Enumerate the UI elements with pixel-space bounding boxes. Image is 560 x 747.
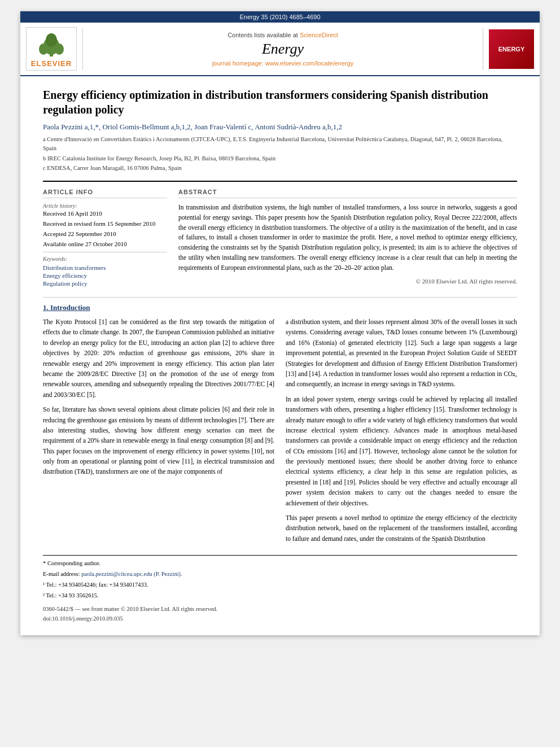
page: Energy 35 (2010) 4685–4690 ELSEVIER Cont… xyxy=(20,11,540,635)
article-title: Energy efficiency optimization in distri… xyxy=(43,88,517,117)
history-label: Article history: xyxy=(43,203,167,209)
journal-header: ELSEVIER Contents lists available at Sci… xyxy=(20,23,540,76)
email-label: E-mail address: xyxy=(43,571,80,577)
keyword-3: Regulation policy xyxy=(43,280,167,287)
body-col-right: a distribution system, and their losses … xyxy=(286,317,517,548)
body-para-5: This paper presents a novel method to op… xyxy=(286,513,517,544)
keyword-1: Distribution transformers xyxy=(43,264,167,271)
authors: Paola Pezzini a,1,*, Oriol Gomis-Bellmun… xyxy=(43,123,517,132)
abstract-text: In transmission and distribution systems… xyxy=(178,203,517,273)
keyword-2: Energy efficiency xyxy=(43,272,167,279)
journal-banner: Energy 35 (2010) 4685–4690 xyxy=(20,11,540,23)
elsevier-label: ELSEVIER xyxy=(29,59,74,68)
info-abstract-section: ARTICLE INFO Article history: Received 1… xyxy=(43,181,517,288)
elsevier-logo: ELSEVIER xyxy=(26,27,77,71)
journal-homepage: journal homepage: www.elsevier.com/locat… xyxy=(94,60,471,67)
journal-logo-right: ENERGY xyxy=(489,29,534,69)
revised-date: Received in revised form 15 September 20… xyxy=(43,220,167,227)
keywords-label: Keywords: xyxy=(43,252,167,262)
abstract-copyright: © 2010 Elsevier Ltd. All rights reserved… xyxy=(178,278,517,285)
sciencedirect-link[interactable]: ScienceDirect xyxy=(300,32,338,38)
contents-available: Contents lists available at ScienceDirec… xyxy=(94,32,471,38)
article-content: Energy efficiency optimization in distri… xyxy=(20,76,540,635)
svg-point-2 xyxy=(39,43,48,55)
accepted-date: Accepted 22 September 2010 xyxy=(43,230,167,237)
abstract-box: ABSTRACT In transmission and distributio… xyxy=(178,189,517,288)
copyright-footer: 0360-5442/$ — see front matter © 2010 El… xyxy=(43,605,517,614)
tel1: ¹ Tel.: +34 934054246; fax: +34 93401743… xyxy=(43,580,517,590)
two-column-body: The Kyoto Protocol [1] can be considered… xyxy=(43,317,517,548)
journal-name: Energy xyxy=(94,41,471,58)
doi: doi:10.1016/j.energy.2010.09.035 xyxy=(43,614,517,624)
footnotes: * Corresponding author. E-mail address: … xyxy=(43,555,517,624)
body-para-3: a distribution system, and their losses … xyxy=(286,317,517,390)
article-info-heading: ARTICLE INFO xyxy=(43,189,167,198)
affiliations: a Centre d'Innovació en Convertidors Est… xyxy=(43,135,517,173)
svg-point-3 xyxy=(55,43,64,55)
affiliation-a: a Centre d'Innovació en Convertidors Est… xyxy=(43,135,517,153)
article-info-box: ARTICLE INFO Article history: Received 1… xyxy=(43,189,167,288)
corresponding-author: * Corresponding author. xyxy=(43,559,517,569)
body-para-1: The Kyoto Protocol [1] can be considered… xyxy=(43,317,274,400)
available-date: Available online 27 October 2010 xyxy=(43,241,167,247)
abstract-heading: ABSTRACT xyxy=(178,189,517,198)
email-address[interactable]: paola.pezzini@citcea.upc.edu (P. Pezzini… xyxy=(81,571,182,577)
svg-point-4 xyxy=(46,33,57,47)
section-divider xyxy=(43,297,517,298)
journal-center-info: Contents lists available at ScienceDirec… xyxy=(82,28,483,70)
email-line: E-mail address: paola.pezzini@citcea.upc… xyxy=(43,570,517,579)
body-col-left: The Kyoto Protocol [1] can be considered… xyxy=(43,317,274,548)
intro-heading: 1. Introduction xyxy=(43,303,517,312)
body-para-2: So far, literature has shown several opi… xyxy=(43,404,274,477)
received-date: Received 16 April 2010 xyxy=(43,210,167,217)
copyright-doi-line: 0360-5442/$ — see front matter © 2010 El… xyxy=(43,605,517,624)
body-para-4: In an ideal power system, energy savings… xyxy=(286,394,517,508)
affiliation-c: c ENDESA, Carrer Joan Maragall, 16 07006… xyxy=(43,164,517,173)
journal-citation: Energy 35 (2010) 4685–4690 xyxy=(239,14,320,20)
affiliation-b: b IREC Catalonia Institute for Energy Re… xyxy=(43,154,517,163)
tel2: ² Tel.: +34 93 3562615. xyxy=(43,591,517,601)
